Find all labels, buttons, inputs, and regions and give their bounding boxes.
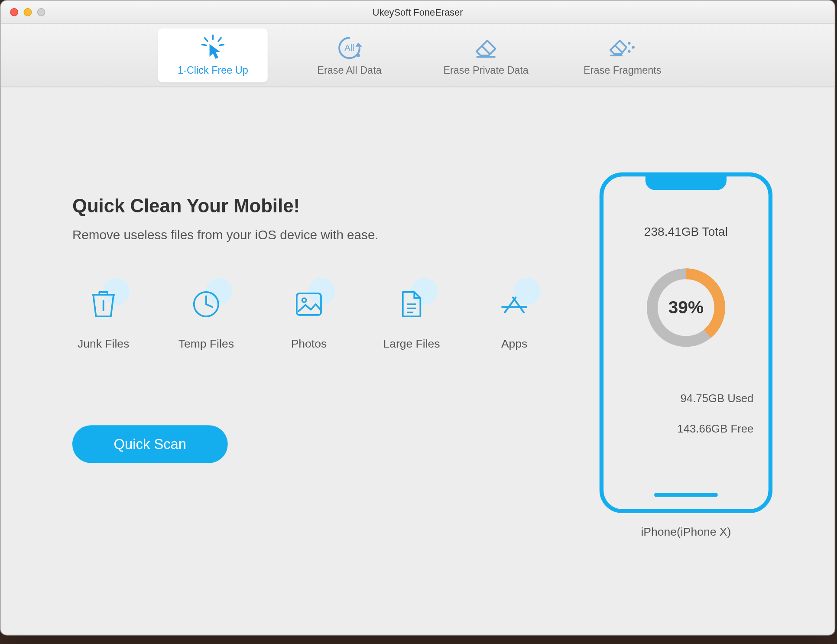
image-icon [295,291,323,317]
svg-marker-5 [356,42,363,46]
category-junk-files[interactable]: Junk Files [72,283,135,351]
storage-total: 238.41GB Total [644,225,728,239]
phone-notch [646,175,727,190]
device-name: iPhone(iPhone X) [641,525,731,539]
storage-used-percent: 39% [668,297,704,318]
category-label: Photos [291,337,327,351]
phone-home-indicator [654,493,718,497]
titlebar: UkeySoft FoneEraser [1,1,835,24]
close-button[interactable] [10,8,18,16]
clock-icon [191,289,221,319]
left-panel: Quick Clean Your Mobile! Remove useless … [72,121,578,608]
svg-point-13 [632,46,635,49]
svg-line-4 [220,45,224,46]
svg-text:All: All [344,43,354,52]
svg-line-25 [513,297,524,312]
svg-line-10 [615,46,622,52]
svg-line-8 [482,46,490,54]
svg-line-2 [218,38,221,41]
svg-point-20 [302,298,306,302]
tab-label: Erase Private Data [443,64,528,76]
category-apps[interactable]: Apps [483,283,545,351]
eraser-icon [472,35,499,60]
category-label: Temp Files [178,337,234,351]
apps-icon [500,291,529,318]
minimize-button[interactable] [24,8,32,16]
trash-icon [91,289,116,319]
tab-label: Erase Fragments [584,64,661,76]
svg-line-3 [202,45,206,46]
tab-erase-all[interactable]: All Erase All Data [295,28,404,82]
tab-label: 1-Click Free Up [178,64,248,76]
erase-all-icon: All [335,35,364,60]
svg-rect-19 [297,293,321,315]
svg-line-18 [206,304,212,307]
window-title: UkeySoft FoneEraser [373,7,463,17]
category-temp-files[interactable]: Temp Files [175,283,237,351]
tab-free-up[interactable]: 1-Click Free Up [158,28,268,82]
svg-point-12 [628,42,630,45]
main-content: Quick Clean Your Mobile! Remove useless … [1,87,835,635]
storage-donut-chart: 39% [642,263,730,351]
file-icon [399,289,424,319]
app-window: UkeySoft FoneEraser 1-Click Free Up [0,0,835,635]
storage-free: 143.66GB Free [603,423,769,436]
category-label: Apps [501,337,527,351]
category-row: Junk Files Temp Fi [72,283,578,351]
window-controls [1,8,45,16]
eraser-fragments-icon [607,35,637,60]
svg-line-1 [205,38,208,41]
cursor-click-icon [199,35,226,60]
quick-scan-button[interactable]: Quick Scan [72,425,228,463]
category-photos[interactable]: Photos [278,283,340,351]
phone-illustration: 238.41GB Total 39% 94.75GB Used 143.66GB… [600,172,772,513]
category-label: Large Files [383,337,440,351]
svg-point-14 [628,50,630,52]
page-heading: Quick Clean Your Mobile! [72,195,578,217]
category-large-files[interactable]: Large Files [380,283,443,351]
toolbar-tabs: 1-Click Free Up All Erase All Data [1,24,835,88]
page-subheading: Remove useless files from your iOS devic… [72,228,578,243]
category-label: Junk Files [78,337,129,351]
svg-point-7 [357,54,360,57]
tab-erase-private[interactable]: Erase Private Data [431,28,541,82]
device-panel: 238.41GB Total 39% 94.75GB Used 143.66GB… [578,121,794,608]
tab-label: Erase All Data [317,64,381,76]
storage-used: 94.75GB Used [603,392,769,405]
maximize-button[interactable] [37,8,45,16]
tab-erase-fragments[interactable]: Erase Fragments [568,28,677,82]
